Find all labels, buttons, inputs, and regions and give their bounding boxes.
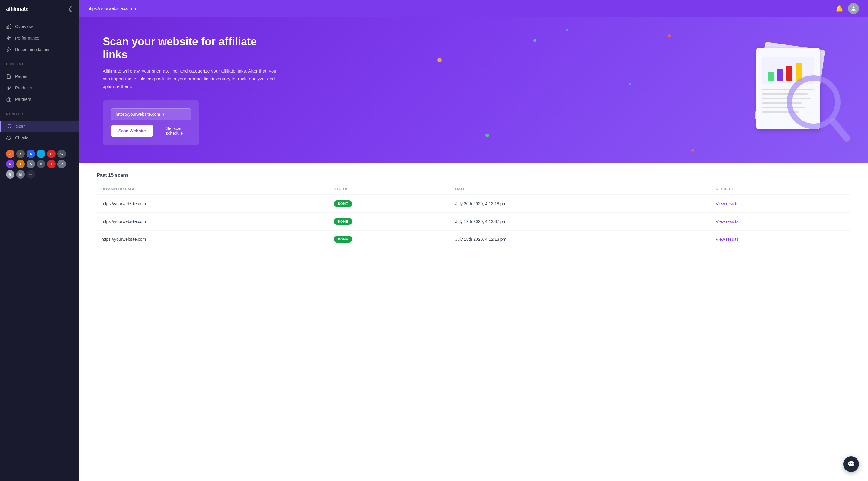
cell-results[interactable]: View results <box>711 212 850 230</box>
svg-rect-21 <box>762 98 811 99</box>
scan-website-button[interactable]: Scan Website <box>111 125 153 137</box>
avatar[interactable] <box>848 3 859 14</box>
sidebar-item-label: Checks <box>15 136 29 140</box>
main-nav: Overview Performance Recommendations <box>0 18 79 58</box>
scan-url-selector[interactable]: https://yourwebsite.com ▾ <box>111 109 191 120</box>
hero-description: Affilimate will crawl your sitemap, find… <box>103 67 284 90</box>
partner-logo[interactable]: M <box>16 170 25 179</box>
sidebar-item-partners[interactable]: Partners <box>0 94 79 105</box>
cell-domain: https://yourwebsite.com <box>97 230 329 248</box>
lightning-icon <box>6 35 11 41</box>
view-results-link[interactable]: View results <box>716 237 738 242</box>
hero-title: Scan your website for affiliate links <box>103 35 284 61</box>
cell-results[interactable]: View results <box>711 194 850 213</box>
main-content: https://yourwebsite.com ▾ 🔔 Scan your we… <box>79 0 868 481</box>
section-title: Past 15 scans <box>97 173 850 178</box>
sidebar-item-recommendations[interactable]: Recommendations <box>0 44 79 55</box>
partner-logo[interactable]: S <box>16 150 25 158</box>
chat-bubble[interactable]: 💬 <box>843 456 859 472</box>
set-scan-schedule-button[interactable]: Set scan schedule <box>158 126 191 136</box>
svg-rect-0 <box>7 27 7 29</box>
scan-actions: Scan Website Set scan schedule <box>111 125 191 137</box>
chart-bar-icon <box>6 24 11 29</box>
sidebar-item-label: Scan <box>16 124 26 129</box>
svg-rect-2 <box>10 25 11 28</box>
notifications-button[interactable]: 🔔 <box>836 5 843 12</box>
star-icon <box>6 47 11 52</box>
svg-rect-22 <box>762 102 802 104</box>
view-results-link[interactable]: View results <box>716 219 738 224</box>
table-header: Domain or Page Status Date Results <box>97 184 850 194</box>
refresh-icon <box>6 135 11 141</box>
chevron-down-icon: ▾ <box>162 112 164 117</box>
cell-date: July 20th 2020, 4:12:18 pm <box>450 194 711 213</box>
table-section: Past 15 scans Domain or Page Status Date… <box>79 163 868 481</box>
cell-status: DONE <box>329 230 451 248</box>
status-badge: DONE <box>334 236 352 243</box>
sidebar-item-label: Partners <box>15 97 31 102</box>
site-selector[interactable]: https://yourwebsite.com ▾ <box>88 6 136 11</box>
dropdown-icon: ▾ <box>134 6 136 11</box>
partner-logo[interactable]: G <box>6 170 14 179</box>
status-badge: DONE <box>334 218 352 225</box>
cell-domain: https://yourwebsite.com <box>97 212 329 230</box>
link-icon <box>6 85 11 91</box>
sidebar-item-products[interactable]: Products <box>0 82 79 94</box>
partner-logo[interactable]: T <box>47 160 56 168</box>
topbar-actions: 🔔 <box>836 3 859 14</box>
cell-date: July 18th 2020, 4:12:13 pm <box>450 230 711 248</box>
chat-icon: 💬 <box>847 460 855 468</box>
hero-illustration <box>747 36 850 144</box>
scan-url-text: https://yourwebsite.com <box>116 112 160 117</box>
partner-logo[interactable]: R <box>57 160 66 168</box>
hero-section: Scan your website for affiliate links Af… <box>79 17 868 163</box>
svg-rect-23 <box>762 107 805 109</box>
sidebar-item-label: Pages <box>15 74 27 79</box>
hero-content: Scan your website for affiliate links Af… <box>103 35 284 145</box>
svg-rect-16 <box>777 69 783 81</box>
partner-logo[interactable]: A <box>6 150 14 158</box>
partner-logo[interactable]: M <box>6 160 14 168</box>
svg-marker-3 <box>7 48 10 51</box>
svg-rect-15 <box>768 72 774 81</box>
partner-logo[interactable]: T <box>37 150 45 158</box>
sidebar-item-label: Overview <box>15 24 33 29</box>
svg-point-5 <box>8 124 11 128</box>
site-url: https://yourwebsite.com <box>88 6 132 11</box>
partner-logo[interactable]: R <box>47 150 56 158</box>
cell-status: DONE <box>329 194 451 213</box>
sidebar-item-label: Products <box>15 86 32 90</box>
sidebar-item-checks[interactable]: Checks <box>0 132 79 144</box>
sidebar-item-performance[interactable]: Performance <box>0 32 79 44</box>
sidebar-item-label: Recommendations <box>15 47 51 52</box>
col-status: Status <box>329 184 451 194</box>
collapse-button[interactable]: ❮ <box>68 5 72 12</box>
svg-rect-4 <box>7 98 10 101</box>
table-body: https://yourwebsite.com DONE July 20th 2… <box>97 194 850 248</box>
content-section-label: CONTENT <box>0 58 79 68</box>
partner-logo-more[interactable]: ••• <box>27 170 35 179</box>
partner-logo[interactable]: B <box>37 160 45 168</box>
table-row: https://yourwebsite.com DONE July 18th 2… <box>97 230 850 248</box>
topbar: https://yourwebsite.com ▾ 🔔 <box>79 0 868 17</box>
svg-point-7 <box>852 6 855 8</box>
view-results-link[interactable]: View results <box>716 201 738 206</box>
svg-rect-17 <box>786 66 793 81</box>
table-row: https://yourwebsite.com DONE July 20th 2… <box>97 194 850 213</box>
partner-logo[interactable]: S <box>27 160 35 168</box>
partner-logo[interactable]: B <box>27 150 35 158</box>
partner-logo[interactable]: A <box>16 160 25 168</box>
search-icon <box>7 124 12 129</box>
document-icon <box>6 74 11 79</box>
briefcase-icon <box>6 97 11 102</box>
cell-status: DONE <box>329 212 451 230</box>
sidebar-item-overview[interactable]: Overview <box>0 21 79 32</box>
sidebar-item-pages[interactable]: Pages <box>0 71 79 82</box>
partner-logo[interactable]: G <box>57 150 66 158</box>
svg-rect-18 <box>796 63 802 81</box>
sidebar-item-scan[interactable]: Scan <box>0 121 79 132</box>
scans-table: Domain or Page Status Date Results https… <box>97 184 850 248</box>
scan-card: https://yourwebsite.com ▾ Scan Website S… <box>103 100 199 145</box>
cell-results[interactable]: View results <box>711 230 850 248</box>
svg-line-26 <box>833 122 847 139</box>
